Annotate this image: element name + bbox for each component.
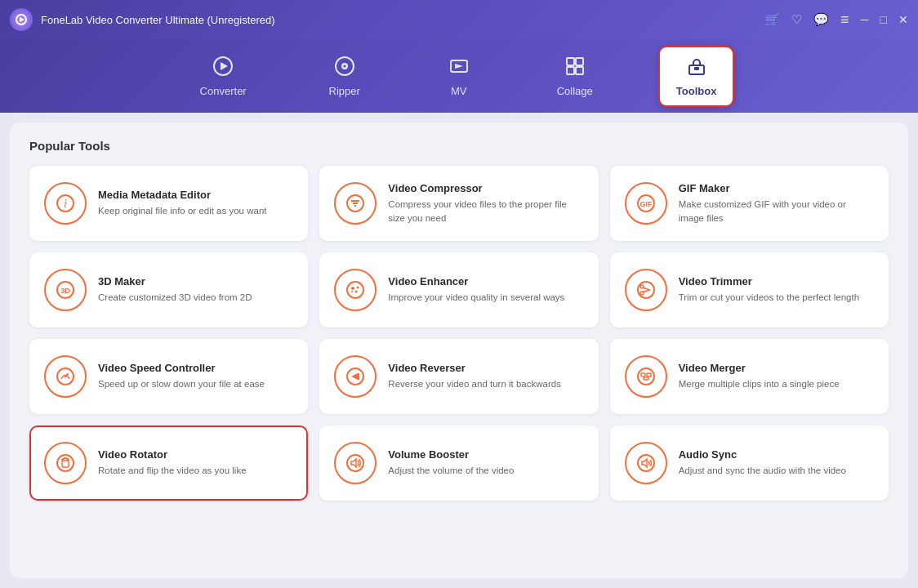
svg-rect-13 — [694, 67, 699, 70]
tool-video-reverser[interactable]: Video Reverser Reverse your video and tu… — [319, 339, 598, 414]
svg-point-31 — [640, 292, 644, 295]
nav-converter-label: Converter — [200, 85, 247, 97]
video-reverser-info: Video Reverser Reverse your video and tu… — [388, 362, 583, 390]
svg-point-6 — [343, 65, 345, 67]
video-rotator-info: Video Rotator Rotate and flip the video … — [98, 448, 293, 477]
svg-point-25 — [351, 287, 354, 290]
video-reverser-desc: Reverse your video and turn it backwards — [388, 377, 583, 390]
gif-maker-icon: GIF — [625, 182, 667, 225]
video-rotator-name: Video Rotator — [98, 448, 293, 461]
gif-maker-name: GIF Maker — [679, 182, 874, 194]
window-controls: 🛒 ♡ 💬 ≡ ─ □ ✕ — [764, 11, 908, 29]
media-metadata-name: Media Metadata Editor — [98, 189, 293, 201]
video-speed-controller-icon — [44, 355, 87, 398]
svg-rect-41 — [641, 373, 645, 376]
tool-gif-maker[interactable]: GIF GIF Maker Make customized GIF with y… — [610, 166, 889, 241]
svg-point-36 — [65, 376, 66, 377]
nav-toolbox[interactable]: Toolbox — [658, 46, 735, 107]
tool-video-rotator[interactable]: Video Rotator Rotate and flip the video … — [29, 425, 308, 501]
svg-point-24 — [347, 282, 363, 298]
section-title: Popular Tools — [29, 139, 889, 153]
minimize-button[interactable]: ─ — [861, 13, 869, 26]
audio-sync-name: Audio Sync — [679, 448, 874, 461]
svg-point-27 — [355, 291, 358, 293]
nav-mv-label: MV — [451, 85, 467, 97]
volume-booster-icon — [334, 442, 377, 484]
svg-marker-1 — [20, 17, 25, 22]
gif-maker-info: GIF Maker Make customized GIF with your … — [679, 182, 874, 224]
3d-maker-info: 3D Maker Create customized 3D video from… — [98, 275, 293, 304]
video-merger-icon — [625, 355, 667, 398]
tool-video-trimmer[interactable]: Video Trimmer Trim or cut your videos to… — [610, 252, 889, 327]
maximize-button[interactable]: □ — [880, 13, 887, 26]
video-trimmer-info: Video Trimmer Trim or cut your videos to… — [679, 275, 874, 304]
toolbox-icon — [686, 56, 707, 80]
svg-point-29 — [638, 282, 654, 298]
tools-grid: i Media Metadata Editor Keep original fi… — [29, 166, 889, 501]
mv-icon — [448, 56, 470, 80]
svg-rect-43 — [644, 377, 648, 380]
video-trimmer-name: Video Trimmer — [679, 275, 874, 287]
tool-volume-booster[interactable]: Volume Booster Adjust the volume of the … — [319, 425, 598, 501]
gif-maker-desc: Make customized GIF with your video or i… — [679, 198, 874, 224]
converter-icon — [212, 56, 234, 80]
svg-marker-3 — [221, 62, 228, 70]
video-enhancer-desc: Improve your video quality in several wa… — [388, 291, 583, 304]
volume-booster-desc: Adjust the volume of the video — [388, 464, 583, 477]
media-metadata-icon: i — [44, 182, 87, 225]
svg-text:3D: 3D — [60, 287, 70, 295]
chat-icon[interactable]: 💬 — [813, 12, 829, 27]
svg-line-33 — [643, 290, 650, 292]
nav-ripper[interactable]: Ripper — [312, 47, 377, 105]
tool-3d-maker[interactable]: 3D 3D Maker Create customized 3D video f… — [29, 252, 308, 327]
video-compressor-icon — [334, 182, 377, 225]
video-rotator-desc: Rotate and flip the video as you like — [98, 464, 293, 477]
media-metadata-desc: Keep original file info or edit as you w… — [98, 204, 293, 217]
3d-maker-desc: Create customized 3D video from 2D — [98, 291, 293, 304]
nav-collage[interactable]: Collage — [541, 47, 609, 105]
cart-icon[interactable]: 🛒 — [764, 12, 780, 27]
tool-video-speed-controller[interactable]: Video Speed Controller Speed up or slow … — [29, 339, 308, 414]
video-compressor-desc: Compress your video files to the proper … — [388, 198, 583, 224]
video-enhancer-info: Video Enhancer Improve your video qualit… — [388, 275, 583, 304]
nav-ripper-label: Ripper — [329, 85, 360, 97]
tool-video-compressor[interactable]: Video Compressor Compress your video fil… — [319, 166, 598, 241]
video-trimmer-icon — [625, 269, 667, 311]
ripper-icon — [334, 56, 355, 80]
volume-booster-info: Volume Booster Adjust the volume of the … — [388, 448, 583, 477]
svg-rect-11 — [576, 67, 583, 74]
tool-media-metadata-editor[interactable]: i Media Metadata Editor Keep original fi… — [29, 166, 308, 241]
svg-point-40 — [638, 368, 654, 385]
video-trimmer-desc: Trim or cut your videos to the perfect l… — [679, 291, 874, 304]
audio-sync-info: Audio Sync Adjust and sync the audio wit… — [679, 448, 874, 477]
main-content: Popular Tools i Media Metadata Editor Ke… — [10, 122, 908, 578]
nav-bar: Converter Ripper MV — [0, 39, 918, 113]
close-button[interactable]: ✕ — [898, 13, 908, 26]
user-icon[interactable]: ♡ — [791, 12, 802, 27]
video-speed-controller-name: Video Speed Controller — [98, 362, 293, 374]
tool-video-enhancer[interactable]: Video Enhancer Improve your video qualit… — [319, 252, 598, 327]
tool-video-merger[interactable]: Video Merger Merge multiple clips into a… — [610, 339, 889, 414]
svg-point-30 — [640, 285, 644, 288]
tool-audio-sync[interactable]: Audio Sync Adjust and sync the audio wit… — [610, 425, 889, 501]
collage-icon — [564, 56, 586, 80]
video-reverser-icon — [334, 355, 377, 398]
audio-sync-icon — [625, 442, 667, 484]
svg-rect-8 — [567, 58, 574, 65]
volume-booster-name: Volume Booster — [388, 448, 583, 461]
title-bar: FoneLab Video Converter Ultimate (Unregi… — [0, 0, 918, 39]
svg-rect-9 — [576, 58, 583, 65]
video-merger-name: Video Merger — [679, 362, 874, 374]
menu-icon[interactable]: ≡ — [840, 11, 849, 29]
svg-rect-10 — [567, 67, 574, 74]
nav-mv[interactable]: MV — [426, 47, 492, 105]
media-metadata-info: Media Metadata Editor Keep original file… — [98, 189, 293, 217]
svg-rect-45 — [62, 461, 69, 467]
video-merger-desc: Merge multiple clips into a single piece — [679, 377, 874, 390]
video-enhancer-icon — [334, 269, 377, 311]
app-logo — [10, 8, 33, 31]
svg-point-26 — [357, 287, 359, 289]
nav-converter[interactable]: Converter — [184, 47, 263, 105]
video-reverser-name: Video Reverser — [388, 362, 583, 374]
video-compressor-info: Video Compressor Compress your video fil… — [388, 182, 583, 224]
